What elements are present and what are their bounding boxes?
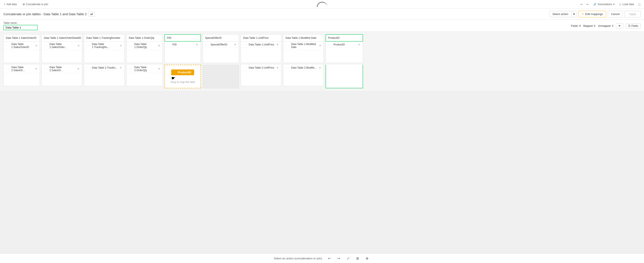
remove-button[interactable]: ✕ — [35, 67, 38, 71]
source-row-orderqty-bottom: ⋮⋮ Data Table 2.OrderQty ✕ — [126, 65, 163, 86]
add-data-button[interactable]: + Add data — [2, 2, 18, 7]
remove-button[interactable]: ✕ — [318, 66, 322, 70]
source-item: ⋮⋮ Data Table 2.SalesOr... ✕ — [4, 65, 40, 73]
drop-text: Drop to map this field — [170, 81, 195, 84]
drag-handle[interactable]: ⋮⋮ — [285, 45, 290, 47]
drag-handle[interactable]: ⋮⋮ — [328, 44, 332, 46]
source-label: SpecialOfferID — [210, 43, 227, 46]
remove-button[interactable]: ✕ — [195, 43, 199, 47]
drag-handle[interactable]: ⋮⋮ — [243, 67, 247, 69]
remove-button[interactable]: ✕ — [276, 43, 280, 47]
pencil-icon: ✎ — [582, 13, 584, 16]
drag-handle[interactable]: ⋮⋮ — [285, 67, 290, 69]
remove-button[interactable]: ✕ — [158, 44, 161, 48]
add-bottom-button[interactable]: ⊕ — [364, 255, 370, 261]
swap-button[interactable]: ⇄ — [88, 12, 95, 17]
fields-count: Fields: 9 — [571, 25, 580, 28]
source-empty — [4, 73, 40, 86]
remove-button[interactable]: ✕ — [319, 44, 322, 48]
table-name-section: Table name: — [4, 22, 38, 30]
chevron-down-icon: ▾ — [613, 3, 614, 6]
home-button[interactable]: ⌂ — [637, 1, 642, 7]
table-name-label: Table name: — [4, 22, 38, 25]
source-empty — [42, 73, 82, 86]
drag-handle[interactable]: ⋮⋮ — [5, 68, 10, 70]
unmapped-count: Unmapped: 3 — [598, 25, 613, 28]
select-action-button[interactable]: Select action — [549, 11, 571, 17]
source-empty — [84, 71, 124, 86]
source-row-trackingnumber-top: ⋮⋮ Data Table 1.TrackingNu... ✕ — [84, 42, 125, 63]
drop-zone-pid[interactable]: ▦ ProductID Drop to map this field ☛ — [164, 65, 201, 88]
source-label: Data Table 1.OrderQty — [134, 43, 156, 49]
source-label: Data Table 2.SalesOr... — [11, 66, 34, 72]
source-empty — [283, 71, 324, 86]
apply-button[interactable]: Apply — [624, 11, 640, 17]
associations-label: Associations — [598, 3, 612, 6]
drag-handle[interactable]: ⋮⋮ — [86, 67, 90, 69]
drag-handle[interactable]: ⋮⋮ — [128, 45, 133, 47]
redo-button[interactable]: ↪ — [585, 2, 590, 7]
drag-handle[interactable]: ⋮⋮ — [243, 44, 247, 46]
source-label: Data Table 2.SalesOr... — [50, 66, 75, 72]
source-label: Data Table 1.Modified Date — [291, 43, 318, 49]
drag-handle[interactable]: ⋮⋮ — [166, 44, 171, 46]
mapping-col-specialofferid: SpecialOfferID ⋮⋮ SpecialOfferID ✕ — [202, 34, 239, 88]
fields-label: Fields — [631, 25, 638, 28]
source-empty — [4, 50, 40, 63]
source-item: ⋮⋮ Data Table 1.TrackingNu... ✕ — [84, 42, 124, 50]
source-label: Data Table 2.Modifie... — [291, 66, 316, 69]
source-empty — [326, 65, 362, 88]
drag-handle[interactable]: ⋮⋮ — [44, 45, 48, 47]
table-name-row: Table name: Fields: 9 Mapped: 6 Unmapped… — [0, 20, 644, 32]
table-name-input[interactable] — [4, 25, 38, 30]
source-row-specialofferid-top: ⋮⋮ SpecialOfferID ✕ — [202, 42, 239, 63]
drag-chip-label: ProductID — [178, 71, 191, 74]
mapping-col-modifieddate: Data Table 1.Modified Date ⋮⋮ Data Table… — [283, 34, 324, 88]
source-empty — [326, 48, 363, 63]
drag-handle[interactable]: ⋮⋮ — [204, 44, 209, 46]
remove-button[interactable]: ✕ — [357, 43, 361, 47]
fields-info: Fields: 9 Mapped: 6 Unmapped: 3 👁 ☰ Fiel… — [571, 23, 640, 29]
associations-button[interactable]: 🔗 Associations ▾ — [592, 2, 616, 7]
source-item: ⋮⋮ SpecialOfferID ✕ — [203, 42, 239, 48]
remove-button[interactable]: ✕ — [35, 44, 38, 48]
select-action-dropdown[interactable]: ▾ — [572, 11, 576, 17]
mapped-count: Mapped: 6 — [583, 25, 596, 28]
list-icon: ☰ — [628, 25, 630, 28]
expand-button[interactable]: ⤢ — [345, 255, 352, 261]
source-row-productid-top: ⋮⋮ ProductID ✕ — [326, 42, 363, 63]
eye-button[interactable]: 👁 — [616, 23, 623, 29]
source-row-pid-top: ⋮⋮ PID ✕ — [164, 42, 201, 63]
drag-handle[interactable]: ⋮⋮ — [86, 45, 90, 47]
remove-button[interactable]: ✕ — [77, 44, 80, 48]
edit-mappings-button[interactable]: ✎ Edit mappings — [578, 11, 606, 17]
source-item: ⋮⋮ Data Table 1.OrderQty ✕ — [126, 42, 162, 50]
plus-icon: + — [4, 3, 5, 6]
redo-bottom-button[interactable]: ↪ — [336, 255, 342, 261]
remove-button[interactable]: ✕ — [119, 66, 123, 70]
remove-button[interactable]: ✕ — [233, 43, 237, 47]
source-empty — [126, 73, 162, 86]
source-row-salesorderid-bottom: ⋮⋮ Data Table 2.SalesOr... ✕ — [4, 65, 40, 86]
grid-icon: ▦ — [174, 71, 176, 74]
undo-bottom-button[interactable]: ↩ — [326, 255, 332, 261]
source-label: ProductID — [334, 43, 345, 46]
remove-button[interactable]: ✕ — [76, 67, 80, 71]
load-data-button[interactable]: ▷ Load data — [618, 2, 636, 7]
source-empty — [241, 48, 281, 63]
remove-button[interactable]: ✕ — [158, 67, 161, 71]
grid-button[interactable]: ⊞ — [354, 255, 361, 261]
undo-button[interactable]: ↩ — [579, 2, 584, 7]
cancel-button[interactable]: Cancel — [608, 11, 623, 17]
drag-handle[interactable]: ⋮⋮ — [44, 68, 48, 70]
concatenate-button[interactable]: ⊞ Concatenate or join — [22, 2, 50, 7]
remove-button[interactable]: ✕ — [276, 66, 280, 70]
drag-handle[interactable]: ⋮⋮ — [128, 68, 133, 70]
source-row-modifieddate-top: ⋮⋮ Data Table 1.Modified Date ✕ — [283, 42, 324, 63]
col-header-trackingnumber: Data Table 1.TrackingNumber — [84, 34, 125, 42]
fields-button[interactable]: ☰ Fields — [626, 23, 640, 29]
col-header-salesorderdetailid: Data Table 1.SalesOrderDetailID — [42, 34, 82, 42]
drag-handle[interactable]: ⋮⋮ — [5, 45, 10, 47]
remove-button[interactable]: ✕ — [119, 44, 123, 48]
source-label: Data Table 1.TrackingNu... — [92, 43, 118, 49]
